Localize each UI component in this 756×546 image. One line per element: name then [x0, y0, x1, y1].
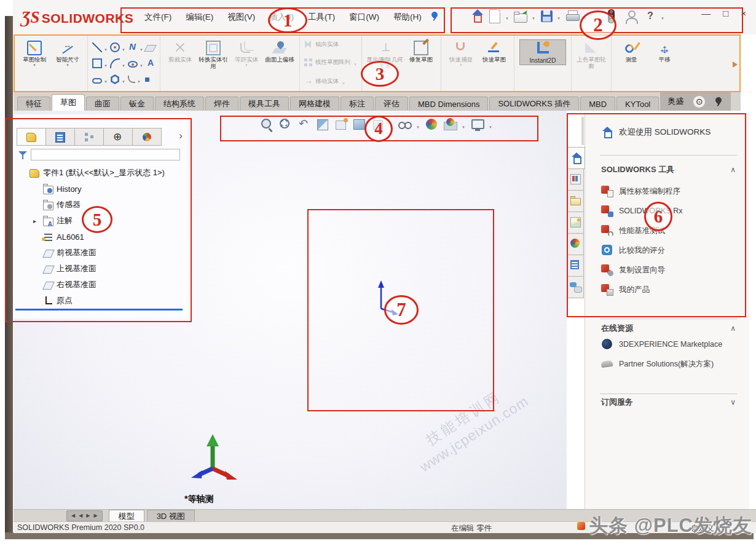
tab-scroll-button[interactable]: ◀ [79, 513, 82, 518]
tree-expand-arrow[interactable]: ▸ [33, 218, 40, 224]
print-dropdown-arrow[interactable] [583, 10, 588, 22]
task-pane-item[interactable]: Partner Solutions(解决方案) [601, 358, 714, 370]
ribbon-tab[interactable]: KYTool [616, 97, 659, 111]
sketch-entity-button[interactable] [109, 41, 127, 53]
sketch-entity-button[interactable] [127, 41, 144, 53]
maximize-button[interactable]: □ [723, 8, 728, 18]
ribbon-tab[interactable]: SOLIDWORKS 插件 [489, 97, 579, 111]
close-button[interactable]: × [741, 8, 746, 18]
sketch-button[interactable]: 草图绘制 [18, 38, 51, 69]
quick-snaps-dropdown-arrow[interactable] [458, 65, 464, 69]
sketch-entity-button[interactable] [144, 58, 157, 68]
ribbon-tab[interactable]: 特征 [17, 97, 50, 111]
headsup-icon[interactable] [296, 117, 312, 133]
sketch-entity-button[interactable] [142, 74, 152, 85]
display-delete-relations-button[interactable]: 显示/删除几何关系 [365, 38, 404, 76]
save-dropdown-arrow[interactable] [556, 10, 562, 22]
task-pane-item[interactable]: 我的产品 [601, 280, 683, 299]
headsup-icon[interactable] [397, 117, 413, 133]
linear-pattern-dropdown-arrow[interactable] [353, 56, 358, 68]
tab-scroll-button[interactable]: ▶ [93, 513, 97, 518]
document-tab[interactable]: 3D 视图 [147, 510, 195, 522]
panel-tab[interactable] [74, 128, 104, 146]
sketch-entity-button[interactable] [127, 73, 142, 85]
headsup-icon[interactable] [461, 117, 467, 133]
task-pane-tab[interactable] [567, 233, 584, 255]
surface-offset-button[interactable]: 曲面上偏移 [263, 38, 296, 63]
task-pane-item[interactable]: 性能基准测试 [601, 221, 683, 240]
sketch-entity-button[interactable] [144, 43, 156, 52]
menu-item[interactable]: 编辑(E) [183, 10, 216, 24]
tree-item[interactable]: 上视基准面 [15, 261, 186, 277]
task-pane-scrollbar[interactable] [581, 117, 584, 145]
headsup-icon[interactable] [278, 117, 294, 133]
home-button[interactable] [470, 7, 485, 25]
measure-button[interactable]: 测量 [615, 38, 648, 63]
tree-item[interactable]: 传感器 [15, 197, 186, 213]
record-icon[interactable]: ⊙ [693, 96, 705, 108]
menu-pin-icon[interactable] [430, 10, 439, 22]
menu-item[interactable]: 文件(F) [142, 10, 174, 24]
instant2d-button[interactable]: Instant2D [519, 39, 566, 65]
panel-tab[interactable] [132, 128, 162, 146]
ribbon-tab[interactable]: 标注 [341, 97, 374, 111]
move-dropdown-arrow[interactable] [341, 75, 347, 87]
ribbon-tab-aosheng[interactable]: 奥盛 [667, 96, 683, 107]
smart-dimension-button[interactable]: 智能尺寸 [51, 38, 84, 69]
ribbon-tab[interactable]: MBD Dimensions [409, 97, 488, 111]
save-button[interactable] [540, 7, 553, 25]
ribbon-tab[interactable]: 评估 [375, 97, 408, 111]
headsup-icon[interactable] [259, 117, 275, 133]
new-document-button[interactable] [489, 7, 501, 25]
task-pane-tab[interactable] [567, 168, 584, 191]
headsup-icon[interactable] [424, 117, 440, 133]
task-pane-tab[interactable] [567, 190, 584, 212]
options-button[interactable] [592, 7, 615, 25]
smart-dimension-dropdown-arrow[interactable] [65, 65, 71, 69]
headsup-icon[interactable] [352, 117, 368, 133]
sketch-entity-button[interactable] [91, 41, 109, 53]
sketch-dropdown-arrow[interactable] [31, 65, 37, 69]
sketch-entity-button[interactable] [109, 73, 127, 85]
ribbon-tab[interactable]: 草图 [52, 94, 85, 111]
task-pane-tab[interactable] [567, 212, 584, 234]
ribbon-tab[interactable]: 结构系统 [155, 97, 204, 111]
open-dropdown-arrow[interactable] [531, 10, 537, 22]
sketch-entity-button[interactable] [127, 57, 144, 69]
sketch-entity-button[interactable] [91, 57, 109, 69]
trim-entities-button[interactable]: 剪裁实体 [163, 38, 197, 63]
ribbon-tab[interactable]: MBD [580, 97, 615, 111]
menu-item[interactable]: 视图(V) [225, 10, 258, 24]
rollback-bar[interactable] [15, 309, 183, 311]
repair-sketch-button[interactable]: 修复草图 [404, 38, 438, 63]
ribbon-tab[interactable]: 焊件 [205, 97, 238, 111]
section-solidworks-tools[interactable]: SOLIDWORKS 工具 ∧ [601, 164, 736, 175]
ribbon-tab[interactable]: 钣金 [120, 97, 154, 111]
open-document-button[interactable] [514, 7, 527, 25]
task-pane-tab[interactable] [567, 255, 584, 277]
sketch-entity-button[interactable] [109, 57, 127, 69]
headsup-icon[interactable] [470, 117, 486, 133]
task-pane-item[interactable]: 属性标签编制程序 [601, 181, 683, 201]
document-tab[interactable]: 模型 [109, 510, 144, 522]
tree-item[interactable]: History [15, 181, 186, 197]
menu-item[interactable]: 窗口(W) [347, 10, 382, 24]
task-pane-item[interactable]: SOLIDWORKS Rx [601, 201, 683, 221]
tree-item[interactable]: 前视基准面 [15, 245, 186, 261]
pan-button[interactable]: 平移 [648, 38, 681, 63]
move-entities-button[interactable]: 移动实体 [303, 75, 347, 87]
tree-item[interactable]: 原点 [15, 293, 186, 309]
ribbon-tab[interactable]: 曲面 [86, 97, 119, 111]
help-dropdown-arrow[interactable] [660, 10, 666, 22]
mirror-entities-button[interactable]: 镜向实体 [303, 39, 339, 49]
headsup-icon[interactable] [388, 117, 395, 133]
section-online-resources[interactable]: 在线资源 ∧ [601, 323, 736, 334]
section-subscription-services[interactable]: 订阅服务 ∨ [601, 397, 736, 408]
panel-expand-chevron[interactable]: › [179, 130, 183, 141]
convert-entities-button[interactable]: 转换实体引用 [197, 38, 230, 70]
linear-pattern-button[interactable]: 线性草图阵列 [303, 56, 358, 68]
task-pane-tab[interactable] [567, 147, 585, 169]
headsup-icon[interactable] [488, 117, 494, 133]
rapid-sketch-button[interactable]: 快速草图 [478, 38, 511, 63]
tree-item[interactable]: AL6061 [15, 229, 186, 245]
